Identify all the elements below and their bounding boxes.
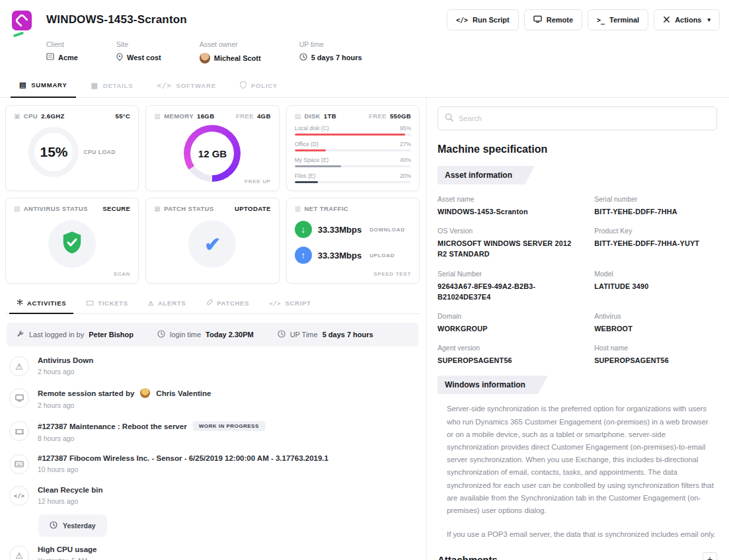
memory-total: 16GB <box>197 112 214 120</box>
cpu-spec: 2.6GHZ <box>41 112 65 120</box>
chevron-down-icon: ▾ <box>707 17 710 23</box>
uptime-label: UP time <box>299 40 362 48</box>
windows-info-paragraph: If you use a POP3 email server, the data… <box>447 528 716 541</box>
attachments-header: Attachments + <box>438 552 717 560</box>
activity-actor: Chris Valentine <box>156 389 211 397</box>
login-time-label: login time <box>170 331 201 339</box>
activity-title: Remote session started by <box>38 389 134 397</box>
tab-software[interactable]: </> SOFTWARE <box>148 74 225 97</box>
alert-triangle-icon: ⚠ <box>9 356 29 376</box>
antivirus-status-circle <box>48 220 96 268</box>
field-label: OS Version <box>438 227 582 235</box>
tab-tickets[interactable]: TICKETS <box>79 293 135 313</box>
script-icon: </> <box>269 300 281 307</box>
app-logo[interactable] <box>12 9 46 74</box>
activity-time: 8 hours ago <box>38 434 265 442</box>
speed-test-button[interactable]: SPEED TEST <box>373 271 411 277</box>
keyboard-icon <box>9 454 29 474</box>
tab-activities[interactable]: ACTIVITIES <box>9 293 73 314</box>
yesterday-divider[interactable]: Yesterday <box>38 514 107 537</box>
activity-item[interactable]: #127387 Maintenance : Reboot the server … <box>5 415 420 448</box>
run-script-button[interactable]: </> Run Script <box>447 9 519 30</box>
tab-summary[interactable]: ▤ SUMMARY <box>11 74 76 98</box>
download-arrow-icon: ↓ <box>295 221 312 238</box>
remote-button[interactable]: Remote <box>524 9 582 30</box>
activity-title: Antivirus Down <box>38 356 93 364</box>
actions-button[interactable]: Actions ▾ <box>654 9 720 30</box>
activity-list: ⚠ Antivirus Down 2 hours ago Remote sess… <box>5 350 420 560</box>
spec-field: Agent version SUPEROPSAGENT56 <box>438 344 582 366</box>
drive-usage-bar <box>295 165 411 167</box>
tab-alerts[interactable]: ⚠ ALERTS <box>141 293 193 313</box>
drive-usage-bar <box>295 181 411 183</box>
field-label: Asset name <box>438 195 582 203</box>
patch-icon: ▦ <box>154 205 161 212</box>
device-summary-page: WINDOWS-1453-Scranton </> Run Script Rem… <box>0 0 729 560</box>
spec-field: Domain WORKGROUP <box>438 312 582 334</box>
activity-item[interactable]: </> Clean Recycle bin 12 hours ago <box>5 480 420 512</box>
search-icon <box>445 112 453 124</box>
windows-information-header: Windows information <box>438 376 548 394</box>
ticket-icon <box>9 421 29 441</box>
wrench-icon <box>17 330 24 339</box>
scan-button[interactable]: SCAN <box>114 271 130 277</box>
tab-details[interactable]: ▦ DETAILS <box>83 74 142 97</box>
spec-field: Model LATITUDE 3490 <box>594 270 717 302</box>
drive-name: My Space (E) <box>295 157 329 163</box>
disk-card-label: DISK <box>305 112 321 120</box>
owner-avatar <box>200 53 210 63</box>
left-column: ▣ CPU 2.6GHZ 55°C 15% CPU LOAD <box>0 98 426 560</box>
add-attachment-button[interactable]: + <box>703 552 717 560</box>
field-label: Model <box>594 270 717 278</box>
tab-script[interactable]: </> SCRIPT <box>262 293 318 313</box>
site-label: Site <box>116 40 161 48</box>
uptime-value: 5 days 7 hours <box>311 54 362 61</box>
activity-item[interactable]: ⚠ High CPU usage Yesterday, 5 AM <box>5 540 420 560</box>
tab-alerts-label: ALERTS <box>158 300 186 307</box>
windows-info-paragraph: Server-side synchronization is the prefe… <box>447 403 716 517</box>
cpu-card: ▣ CPU 2.6GHZ 55°C 15% CPU LOAD <box>5 105 139 191</box>
tab-policy[interactable]: POLICY <box>231 74 286 97</box>
terminal-button[interactable]: >_ Terminal <box>588 9 648 30</box>
free-up-button[interactable]: FREE UP <box>245 179 271 184</box>
activity-item[interactable]: #127387 Fibocom Wireless Inc. - Sensor -… <box>5 448 420 480</box>
drive-percent: 95% <box>400 125 411 132</box>
owner-label: Asset owner <box>200 40 261 48</box>
tab-details-label: DETAILS <box>103 82 134 89</box>
tab-patches-label: PATCHES <box>217 300 249 307</box>
cpu-icon: ▣ <box>14 112 20 120</box>
clock-icon <box>50 521 58 530</box>
monitor-icon <box>9 388 29 408</box>
monitor-icon <box>533 15 542 24</box>
meta-site: Site West cost <box>116 40 161 63</box>
antivirus-icon: ▧ <box>14 205 20 212</box>
field-label: Antivirus <box>594 312 717 320</box>
asset-meta-row: Client Acme Site West cost Asset owner <box>46 40 720 63</box>
activities-icon <box>17 299 23 307</box>
tab-patches[interactable]: PATCHES <box>198 293 256 313</box>
owner-value[interactable]: Micheal Scott <box>214 54 261 62</box>
spec-search[interactable] <box>438 106 717 130</box>
activity-item[interactable]: ⚠ Antivirus Down 2 hours ago <box>5 350 420 382</box>
field-value: WEBROOT <box>594 323 717 334</box>
memory-icon: ▥ <box>154 112 161 120</box>
session-uptime-label: UP Time <box>290 331 318 339</box>
memory-card: ▥ MEMORY 16GB FREE 4GB 12 GB <box>145 105 279 191</box>
activity-item[interactable]: Remote session started by Chris Valentin… <box>5 382 420 415</box>
tab-software-label: SOFTWARE <box>176 82 216 89</box>
ticket-icon <box>86 300 94 307</box>
client-value[interactable]: Acme <box>58 54 78 61</box>
activity-title: High CPU usage <box>38 545 96 553</box>
upload-label: UPLOAD <box>369 253 395 259</box>
shield-outline-icon <box>240 81 247 90</box>
activity-title: #127387 Maintenance : Reboot the server <box>38 422 187 430</box>
site-value[interactable]: West cost <box>127 54 161 61</box>
clock-icon <box>278 330 286 339</box>
drive-usage-bar <box>295 134 411 136</box>
app-logo-swoosh <box>13 32 24 38</box>
cpu-load-gauge: 15% <box>28 127 79 177</box>
search-input[interactable] <box>459 114 710 122</box>
meta-asset-owner: Asset owner Micheal Scott <box>200 40 261 63</box>
drive-percent: 27% <box>400 141 411 147</box>
header-main: WINDOWS-1453-Scranton </> Run Script Rem… <box>46 9 720 74</box>
